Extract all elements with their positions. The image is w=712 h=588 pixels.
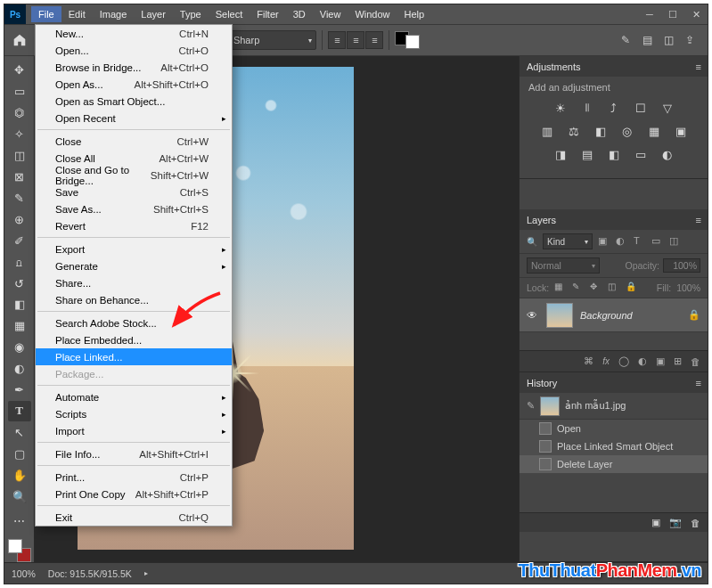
- visibility-icon[interactable]: 👁: [527, 309, 539, 322]
- menu-item-open-recent[interactable]: Open Recent: [36, 110, 232, 127]
- color-balance-icon[interactable]: ⚖: [565, 123, 583, 139]
- brush-tool[interactable]: ✐: [8, 230, 31, 251]
- layer-row[interactable]: 👁 Background 🔒: [520, 298, 708, 332]
- zoom-tool[interactable]: 🔍: [8, 486, 31, 507]
- invert-icon[interactable]: ◨: [552, 146, 569, 162]
- menu-item-exit[interactable]: ExitCtrl+Q: [36, 509, 232, 526]
- menu-item-new[interactable]: New...Ctrl+N: [36, 25, 232, 42]
- delete-state-icon[interactable]: 🗑: [691, 518, 700, 528]
- menu-item-place-embedded[interactable]: Place Embedded...: [36, 331, 232, 348]
- foreground-color-swatch[interactable]: [8, 539, 22, 553]
- hue-sat-icon[interactable]: ▥: [538, 123, 556, 139]
- magic-wand-tool[interactable]: ✧: [8, 124, 31, 145]
- menu-window[interactable]: Window: [348, 6, 397, 22]
- menu-item-export[interactable]: Export: [36, 241, 232, 257]
- brightness-icon[interactable]: ☀: [552, 100, 569, 116]
- menu-item-import[interactable]: Import: [36, 422, 232, 439]
- menu-item-generate[interactable]: Generate: [36, 257, 232, 274]
- photo-filter-icon[interactable]: ◎: [618, 123, 636, 139]
- menu-item-print[interactable]: Print...Ctrl+P: [36, 469, 232, 486]
- lock-all-icon[interactable]: 🔒: [626, 282, 638, 294]
- menu-item-scripts[interactable]: Scripts: [36, 405, 232, 422]
- panel-menu-icon[interactable]: ≡: [696, 215, 700, 225]
- lock-artboard-icon[interactable]: ◫: [608, 282, 620, 294]
- menu-item-file-info[interactable]: File Info...Alt+Shift+Ctrl+I: [36, 445, 232, 462]
- align-center-button[interactable]: ≡: [347, 31, 364, 49]
- filter-type-icon[interactable]: T: [634, 235, 646, 248]
- group-icon[interactable]: ▣: [656, 355, 665, 367]
- blur-tool[interactable]: ◉: [8, 337, 31, 358]
- lock-transparent-icon[interactable]: ▦: [554, 282, 567, 294]
- path-selection-tool[interactable]: ↖: [8, 421, 31, 443]
- menu-item-automate[interactable]: Automate: [36, 388, 232, 405]
- zoom-level[interactable]: 100%: [12, 568, 36, 579]
- menu-item-place-linked[interactable]: Place Linked...: [36, 348, 232, 365]
- eraser-tool[interactable]: ◧: [8, 294, 31, 315]
- panel-menu-icon[interactable]: ≡: [696, 378, 700, 388]
- history-step[interactable]: Open: [520, 420, 708, 437]
- hand-tool[interactable]: ✋: [8, 464, 31, 486]
- filter-pixel-icon[interactable]: ▣: [598, 235, 610, 248]
- filter-adjust-icon[interactable]: ◐: [616, 235, 628, 248]
- search-icon[interactable]: 🔍: [527, 237, 537, 247]
- eyedropper-tool[interactable]: ✎: [8, 187, 31, 208]
- dodge-tool[interactable]: ◐: [8, 358, 31, 380]
- menu-edit[interactable]: Edit: [61, 6, 93, 22]
- menu-layer[interactable]: Layer: [134, 6, 173, 22]
- levels-icon[interactable]: ⫴: [578, 100, 596, 116]
- channel-mixer-icon[interactable]: ▦: [645, 123, 663, 139]
- menu-item-open[interactable]: Open...Ctrl+O: [36, 42, 232, 59]
- delete-icon[interactable]: 🗑: [691, 356, 700, 367]
- menu-image[interactable]: Image: [93, 6, 135, 22]
- fx-icon[interactable]: fx: [602, 356, 610, 366]
- share-icon[interactable]: ⇪: [681, 31, 699, 49]
- pen-tool[interactable]: ✒: [8, 380, 31, 401]
- threshold-icon[interactable]: ◧: [605, 146, 623, 162]
- menu-item-open-as-smart-object[interactable]: Open as Smart Object...: [36, 93, 232, 110]
- 3d-icon[interactable]: ◫: [659, 31, 677, 49]
- history-step[interactable]: Place Linked Smart Object: [520, 437, 708, 455]
- menu-item-share[interactable]: Share...: [36, 274, 232, 291]
- menu-type[interactable]: Type: [173, 6, 209, 22]
- edit-toolbar-icon[interactable]: ⋯: [8, 510, 31, 532]
- menu-file[interactable]: File: [31, 6, 61, 22]
- menu-item-browse-in-bridge[interactable]: Browse in Bridge...Alt+Ctrl+O: [36, 59, 232, 76]
- warp-text-icon[interactable]: ✎: [617, 31, 634, 49]
- menu-item-revert[interactable]: RevertF12: [36, 217, 232, 234]
- menu-item-search-adobe-stock[interactable]: Search Adobe Stock...: [36, 314, 232, 331]
- clone-stamp-tool[interactable]: ⩍: [8, 251, 31, 273]
- lasso-tool[interactable]: ⏣: [8, 102, 31, 124]
- kind-dropdown[interactable]: Kind▾: [543, 233, 593, 249]
- bw-icon[interactable]: ◧: [592, 123, 610, 139]
- curves-icon[interactable]: ⤴: [605, 100, 623, 116]
- home-icon[interactable]: [10, 30, 29, 50]
- menu-item-save-as[interactable]: Save As...Shift+Ctrl+S: [36, 200, 232, 217]
- menu-view[interactable]: View: [313, 6, 348, 22]
- exposure-icon[interactable]: ☐: [632, 100, 650, 116]
- menu-filter[interactable]: Filter: [250, 6, 285, 22]
- new-layer-icon[interactable]: ⊞: [674, 355, 682, 367]
- layer-thumbnail[interactable]: [546, 303, 573, 328]
- move-tool[interactable]: ✥: [8, 60, 31, 81]
- adjustment-layer-icon[interactable]: ◐: [638, 355, 647, 367]
- menu-item-close-and-go-to-bridge[interactable]: Close and Go to Bridge...Shift+Ctrl+W: [36, 167, 232, 184]
- crop-tool[interactable]: ◫: [8, 145, 31, 167]
- history-step[interactable]: Delete Layer: [520, 455, 708, 473]
- history-brush-tool[interactable]: ↺: [8, 273, 31, 294]
- menu-help[interactable]: Help: [397, 6, 432, 22]
- rectangle-tool[interactable]: ▢: [8, 443, 31, 464]
- gradient-map-icon[interactable]: ▭: [632, 146, 650, 162]
- align-right-button[interactable]: ≡: [365, 31, 383, 49]
- opacity-input[interactable]: 100%: [663, 258, 700, 273]
- color-lookup-icon[interactable]: ▣: [672, 123, 690, 139]
- align-left-button[interactable]: ≡: [328, 31, 346, 49]
- type-tool[interactable]: T: [8, 401, 31, 422]
- antialias-dropdown[interactable]: Sharp▾: [229, 30, 316, 50]
- menu-item-print-one-copy[interactable]: Print One CopyAlt+Shift+Ctrl+P: [36, 486, 232, 502]
- filter-shape-icon[interactable]: ▭: [651, 235, 664, 248]
- maximize-button[interactable]: ☐: [661, 4, 684, 24]
- foreground-background-colors[interactable]: [8, 539, 31, 562]
- menu-item-close[interactable]: CloseCtrl+W: [36, 133, 232, 150]
- history-snapshot[interactable]: ✎ ảnh mẫu1.jpg: [520, 393, 708, 420]
- marquee-tool[interactable]: ▭: [8, 81, 31, 102]
